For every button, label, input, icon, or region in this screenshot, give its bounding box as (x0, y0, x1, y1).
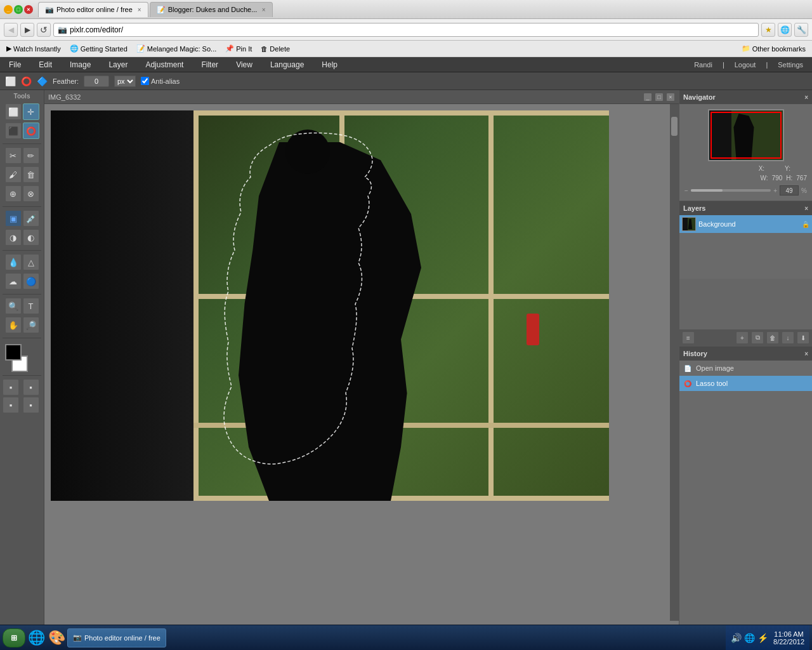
tool-extra-2[interactable]: ▪ (23, 379, 39, 395)
anti-alias-checkbox[interactable] (141, 77, 149, 85)
bookmark-melanged[interactable]: 📝 Melanged Magic: So... (134, 44, 219, 53)
menu-edit[interactable]: Edit (36, 59, 55, 70)
tool-extra-3[interactable]: ▪ (3, 397, 19, 413)
sponge-tool[interactable]: 🔵 (23, 273, 39, 289)
feather-unit-select[interactable]: px (114, 76, 136, 87)
bookmark-delete[interactable]: 🗑 Delete (258, 44, 292, 53)
menu-view[interactable]: View (233, 59, 255, 70)
pencil-tool[interactable]: ✏ (23, 147, 39, 164)
zoom-plus-icon[interactable]: + (773, 187, 777, 194)
start-button[interactable]: ⊞ (3, 628, 25, 647)
burn-tool[interactable]: ◐ (23, 229, 39, 246)
chrome-icon[interactable]: 🌐 (778, 23, 792, 37)
eraser-tool[interactable]: 🗑 (23, 166, 39, 183)
hand-tool[interactable]: ✋ (5, 317, 22, 333)
zoom-in-tool[interactable]: 🔍 (5, 298, 22, 314)
close-btn[interactable]: × (24, 5, 33, 14)
clock-time: 11:06 AM (773, 630, 804, 638)
logout-link[interactable]: Logout (732, 60, 759, 70)
clone-tool[interactable]: ⊕ (5, 185, 22, 202)
minimize-btn[interactable]: _ (4, 5, 13, 14)
menu-filter[interactable]: Filter (199, 59, 221, 70)
menu-image[interactable]: Image (67, 59, 93, 70)
zoom-slider-fill (691, 189, 723, 192)
taskbar-active-app[interactable]: 📷 Photo editor online / free (67, 628, 166, 647)
wrench-icon[interactable]: 🔧 (794, 23, 808, 37)
tab-close-2[interactable]: × (262, 6, 266, 13)
scroll-thumb-v[interactable] (671, 117, 678, 136)
back-button[interactable]: ◀ (4, 23, 18, 37)
move-down-btn[interactable]: ⬇ (797, 331, 809, 344)
zoom-tool[interactable]: 🔎 (23, 317, 39, 333)
menu-help[interactable]: Help (319, 59, 340, 70)
fill-tool[interactable]: ▣ (5, 210, 22, 227)
bookmark-star[interactable]: ★ (761, 23, 775, 37)
taskbar-logo-icon[interactable]: 🎨 (47, 628, 66, 647)
other-bookmarks[interactable]: 📁 Other bookmarks (739, 44, 808, 53)
brush-tool[interactable]: 🖌 (5, 166, 22, 183)
tab-close-1[interactable]: × (138, 6, 141, 13)
bookmark-getting-started[interactable]: 🌐 Getting Started (67, 44, 130, 53)
merge-layer-btn[interactable]: ↓ (782, 331, 794, 344)
canvas-close-btn[interactable]: × (666, 93, 675, 102)
divider-6 (3, 375, 41, 376)
tool-extra-4[interactable]: ▪ (23, 397, 39, 413)
magic-wand-tool[interactable]: ⬛ (5, 123, 22, 139)
layers-close[interactable]: × (804, 205, 808, 212)
delete-layer-btn[interactable]: 🗑 (766, 331, 779, 344)
taskbar-clock[interactable]: 11:06 AM 8/22/2012 (773, 630, 804, 646)
settings-link[interactable]: Settings (775, 60, 806, 70)
separator2: | (763, 60, 770, 70)
anti-alias-checkbox-label[interactable]: Anti-alias (141, 77, 180, 85)
canvas-wrapper: IMG_6332 _ □ × (44, 90, 679, 649)
smudge-tool[interactable]: ☁ (5, 273, 22, 289)
history-close[interactable]: × (804, 350, 808, 357)
history-item-0[interactable]: 📄 Open image (679, 361, 812, 376)
new-layer-btn[interactable]: + (736, 331, 749, 344)
dark-left-area (51, 110, 193, 501)
bookmark-watch[interactable]: ▶ Watch Instantly (4, 44, 63, 53)
text-tool[interactable]: T (23, 298, 39, 314)
tab-photo-editor[interactable]: 📷 Photo editor online / free × (38, 2, 148, 17)
scrollbar-vertical[interactable] (670, 104, 679, 621)
tool-extra-1[interactable]: ▪ (3, 379, 19, 395)
canvas-minimize-btn[interactable]: _ (643, 93, 652, 102)
dodge-tool[interactable]: ◑ (5, 229, 22, 246)
menu-file[interactable]: File (6, 59, 23, 70)
menu-language[interactable]: Language (268, 59, 306, 70)
sharpen-tool[interactable]: △ (23, 254, 39, 270)
bookmark-pin[interactable]: 📌 Pin It (223, 44, 254, 53)
zoom-value-input[interactable] (780, 185, 799, 196)
tray-icon-1[interactable]: 🔊 (731, 633, 742, 643)
navigator-close[interactable]: × (804, 94, 808, 101)
move-tool[interactable]: ✛ (23, 103, 39, 120)
photo-canvas[interactable] (51, 110, 609, 501)
navigator-zoom-row: − + % (682, 183, 809, 198)
duplicate-layer-btn[interactable]: ⧉ (751, 331, 764, 344)
tools-title: Tools (3, 93, 41, 100)
forward-button[interactable]: ▶ (20, 23, 34, 37)
heal-tool[interactable]: ⊗ (23, 185, 39, 202)
canvas-maximize-btn[interactable]: □ (655, 93, 664, 102)
history-item-1[interactable]: ⭕ Lasso tool (679, 376, 812, 391)
lasso-tool[interactable]: ⭕ (23, 123, 39, 139)
tray-icon-2[interactable]: 🌐 (744, 633, 755, 643)
foreground-color[interactable] (5, 344, 22, 361)
tray-icon-3[interactable]: ⚡ (757, 633, 768, 643)
blur-tool[interactable]: 💧 (5, 254, 22, 270)
layer-options-btn[interactable]: ≡ (682, 331, 695, 344)
crop-tool[interactable]: ✂ (5, 147, 22, 164)
zoom-slider-track[interactable] (691, 189, 771, 192)
zoom-minus-icon[interactable]: − (684, 187, 688, 194)
taskbar-chrome-icon[interactable]: 🌐 (27, 628, 46, 647)
marquee-tool[interactable]: ⬜ (5, 103, 22, 120)
maximize-btn[interactable]: □ (14, 5, 23, 14)
menu-adjustment[interactable]: Adjustment (143, 59, 186, 70)
address-bar[interactable]: 📷 pixlr.com/editor/ (53, 23, 759, 37)
tab-blogger[interactable]: 📝 Blogger: Dukes and Duche... × (150, 2, 273, 17)
menu-layer[interactable]: Layer (106, 59, 130, 70)
feather-input[interactable] (84, 76, 109, 87)
layer-background[interactable]: Background 🔒 (679, 215, 812, 233)
refresh-button[interactable]: ↺ (37, 23, 51, 37)
eyedropper-tool[interactable]: 💉 (23, 210, 39, 227)
